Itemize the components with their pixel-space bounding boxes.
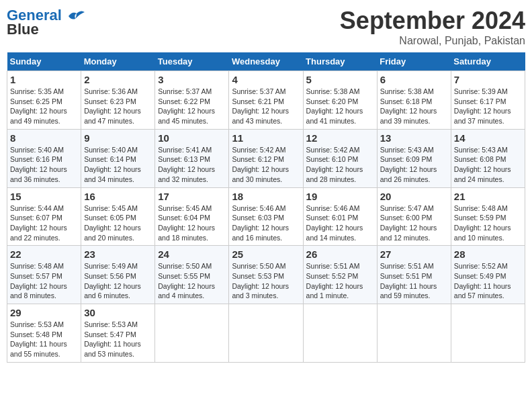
day-info: Sunrise: 5:48 AM Sunset: 5:57 PM Dayligh… bbox=[10, 261, 78, 301]
weekday-header-thursday: Thursday bbox=[303, 52, 377, 71]
title-area: September 2024 Narowal, Punjab, Pakistan bbox=[340, 7, 525, 47]
day-number: 25 bbox=[232, 248, 300, 260]
day-number: 10 bbox=[158, 132, 226, 144]
calendar-cell: 13Sunrise: 5:43 AM Sunset: 6:09 PM Dayli… bbox=[377, 129, 451, 187]
calendar-cell: 27Sunrise: 5:51 AM Sunset: 5:51 PM Dayli… bbox=[377, 246, 451, 304]
day-number: 7 bbox=[454, 74, 522, 85]
weekday-header-tuesday: Tuesday bbox=[155, 52, 229, 71]
location-title: Narowal, Punjab, Pakistan bbox=[340, 35, 525, 47]
calendar-cell: 28Sunrise: 5:52 AM Sunset: 5:49 PM Dayli… bbox=[451, 246, 525, 304]
weekday-header-row: SundayMondayTuesdayWednesdayThursdayFrid… bbox=[7, 52, 525, 71]
day-number: 15 bbox=[10, 191, 78, 202]
calendar-cell bbox=[451, 304, 525, 363]
day-info: Sunrise: 5:50 AM Sunset: 5:55 PM Dayligh… bbox=[158, 261, 226, 301]
day-info: Sunrise: 5:45 AM Sunset: 6:04 PM Dayligh… bbox=[158, 203, 226, 243]
day-number: 6 bbox=[380, 74, 448, 85]
day-number: 8 bbox=[10, 132, 78, 144]
week-row-2: 8Sunrise: 5:40 AM Sunset: 6:16 PM Daylig… bbox=[7, 129, 525, 187]
day-number: 3 bbox=[158, 74, 226, 85]
day-number: 4 bbox=[232, 74, 300, 85]
weekday-header-monday: Monday bbox=[81, 52, 155, 71]
day-number: 5 bbox=[306, 74, 374, 85]
day-info: Sunrise: 5:48 AM Sunset: 5:59 PM Dayligh… bbox=[454, 203, 522, 243]
day-number: 22 bbox=[10, 248, 78, 260]
calendar-cell: 7Sunrise: 5:39 AM Sunset: 6:17 PM Daylig… bbox=[451, 71, 525, 130]
month-title: September 2024 bbox=[340, 7, 525, 35]
day-number: 1 bbox=[10, 74, 78, 85]
day-info: Sunrise: 5:40 AM Sunset: 6:14 PM Dayligh… bbox=[84, 145, 152, 185]
calendar-cell: 30Sunrise: 5:53 AM Sunset: 5:47 PM Dayli… bbox=[81, 304, 155, 363]
day-info: Sunrise: 5:38 AM Sunset: 6:20 PM Dayligh… bbox=[306, 87, 374, 126]
calendar-cell: 17Sunrise: 5:45 AM Sunset: 6:04 PM Dayli… bbox=[155, 187, 229, 246]
logo-subtext: Blue bbox=[7, 21, 85, 38]
day-info: Sunrise: 5:43 AM Sunset: 6:09 PM Dayligh… bbox=[380, 145, 448, 185]
day-number: 9 bbox=[84, 132, 152, 144]
calendar-cell: 20Sunrise: 5:47 AM Sunset: 6:00 PM Dayli… bbox=[377, 187, 451, 246]
calendar-cell: 8Sunrise: 5:40 AM Sunset: 6:16 PM Daylig… bbox=[7, 129, 81, 187]
day-info: Sunrise: 5:36 AM Sunset: 6:23 PM Dayligh… bbox=[84, 87, 152, 126]
calendar-cell bbox=[303, 304, 377, 363]
weekday-header-saturday: Saturday bbox=[451, 52, 525, 71]
day-info: Sunrise: 5:46 AM Sunset: 6:03 PM Dayligh… bbox=[232, 203, 300, 243]
day-info: Sunrise: 5:53 AM Sunset: 5:47 PM Dayligh… bbox=[84, 320, 152, 359]
calendar-cell: 26Sunrise: 5:51 AM Sunset: 5:52 PM Dayli… bbox=[303, 246, 377, 304]
week-row-4: 22Sunrise: 5:48 AM Sunset: 5:57 PM Dayli… bbox=[7, 246, 525, 304]
calendar-cell: 23Sunrise: 5:49 AM Sunset: 5:56 PM Dayli… bbox=[81, 246, 155, 304]
day-number: 17 bbox=[158, 191, 226, 202]
calendar-cell: 6Sunrise: 5:38 AM Sunset: 6:18 PM Daylig… bbox=[377, 71, 451, 130]
calendar-cell bbox=[377, 304, 451, 363]
week-row-1: 1Sunrise: 5:35 AM Sunset: 6:25 PM Daylig… bbox=[7, 71, 525, 130]
day-info: Sunrise: 5:52 AM Sunset: 5:49 PM Dayligh… bbox=[454, 261, 522, 301]
calendar-cell: 2Sunrise: 5:36 AM Sunset: 6:23 PM Daylig… bbox=[81, 71, 155, 130]
day-number: 13 bbox=[380, 132, 448, 144]
day-number: 23 bbox=[84, 248, 152, 260]
day-number: 24 bbox=[158, 248, 226, 260]
day-info: Sunrise: 5:42 AM Sunset: 6:10 PM Dayligh… bbox=[306, 145, 374, 185]
day-number: 30 bbox=[84, 307, 152, 318]
calendar-cell: 9Sunrise: 5:40 AM Sunset: 6:14 PM Daylig… bbox=[81, 129, 155, 187]
day-info: Sunrise: 5:43 AM Sunset: 6:08 PM Dayligh… bbox=[454, 145, 522, 185]
day-info: Sunrise: 5:50 AM Sunset: 5:53 PM Dayligh… bbox=[232, 261, 300, 301]
week-row-3: 15Sunrise: 5:44 AM Sunset: 6:07 PM Dayli… bbox=[7, 187, 525, 246]
calendar-cell: 22Sunrise: 5:48 AM Sunset: 5:57 PM Dayli… bbox=[7, 246, 81, 304]
day-info: Sunrise: 5:39 AM Sunset: 6:17 PM Dayligh… bbox=[454, 87, 522, 126]
weekday-header-sunday: Sunday bbox=[7, 52, 81, 71]
day-number: 20 bbox=[380, 191, 448, 202]
calendar-cell: 21Sunrise: 5:48 AM Sunset: 5:59 PM Dayli… bbox=[451, 187, 525, 246]
day-info: Sunrise: 5:42 AM Sunset: 6:12 PM Dayligh… bbox=[232, 145, 300, 185]
day-info: Sunrise: 5:49 AM Sunset: 5:56 PM Dayligh… bbox=[84, 261, 152, 301]
day-info: Sunrise: 5:38 AM Sunset: 6:18 PM Dayligh… bbox=[380, 87, 448, 126]
day-info: Sunrise: 5:51 AM Sunset: 5:51 PM Dayligh… bbox=[380, 261, 448, 301]
calendar-cell: 29Sunrise: 5:53 AM Sunset: 5:48 PM Dayli… bbox=[7, 304, 81, 363]
calendar-cell: 18Sunrise: 5:46 AM Sunset: 6:03 PM Dayli… bbox=[229, 187, 303, 246]
day-number: 28 bbox=[454, 248, 522, 260]
day-number: 18 bbox=[232, 191, 300, 202]
calendar-table: SundayMondayTuesdayWednesdayThursdayFrid… bbox=[7, 52, 525, 363]
day-info: Sunrise: 5:41 AM Sunset: 6:13 PM Dayligh… bbox=[158, 145, 226, 185]
calendar-cell: 19Sunrise: 5:46 AM Sunset: 6:01 PM Dayli… bbox=[303, 187, 377, 246]
day-number: 14 bbox=[454, 132, 522, 144]
bird-icon bbox=[67, 9, 85, 23]
day-number: 26 bbox=[306, 248, 374, 260]
week-row-5: 29Sunrise: 5:53 AM Sunset: 5:48 PM Dayli… bbox=[7, 304, 525, 363]
calendar-cell: 16Sunrise: 5:45 AM Sunset: 6:05 PM Dayli… bbox=[81, 187, 155, 246]
day-info: Sunrise: 5:51 AM Sunset: 5:52 PM Dayligh… bbox=[306, 261, 374, 301]
day-number: 27 bbox=[380, 248, 448, 260]
weekday-header-wednesday: Wednesday bbox=[229, 52, 303, 71]
calendar-cell bbox=[229, 304, 303, 363]
day-info: Sunrise: 5:37 AM Sunset: 6:22 PM Dayligh… bbox=[158, 87, 226, 126]
weekday-header-friday: Friday bbox=[377, 52, 451, 71]
day-number: 19 bbox=[306, 191, 374, 202]
header: General Blue September 2024 Narowal, Pun… bbox=[7, 7, 525, 47]
calendar-cell: 3Sunrise: 5:37 AM Sunset: 6:22 PM Daylig… bbox=[155, 71, 229, 130]
logo: General Blue bbox=[7, 7, 85, 38]
calendar-cell: 11Sunrise: 5:42 AM Sunset: 6:12 PM Dayli… bbox=[229, 129, 303, 187]
day-info: Sunrise: 5:45 AM Sunset: 6:05 PM Dayligh… bbox=[84, 203, 152, 243]
calendar-cell: 14Sunrise: 5:43 AM Sunset: 6:08 PM Dayli… bbox=[451, 129, 525, 187]
day-info: Sunrise: 5:47 AM Sunset: 6:00 PM Dayligh… bbox=[380, 203, 448, 243]
calendar-cell: 24Sunrise: 5:50 AM Sunset: 5:55 PM Dayli… bbox=[155, 246, 229, 304]
calendar-cell bbox=[155, 304, 229, 363]
day-number: 2 bbox=[84, 74, 152, 85]
calendar-cell: 12Sunrise: 5:42 AM Sunset: 6:10 PM Dayli… bbox=[303, 129, 377, 187]
day-info: Sunrise: 5:53 AM Sunset: 5:48 PM Dayligh… bbox=[10, 320, 78, 359]
